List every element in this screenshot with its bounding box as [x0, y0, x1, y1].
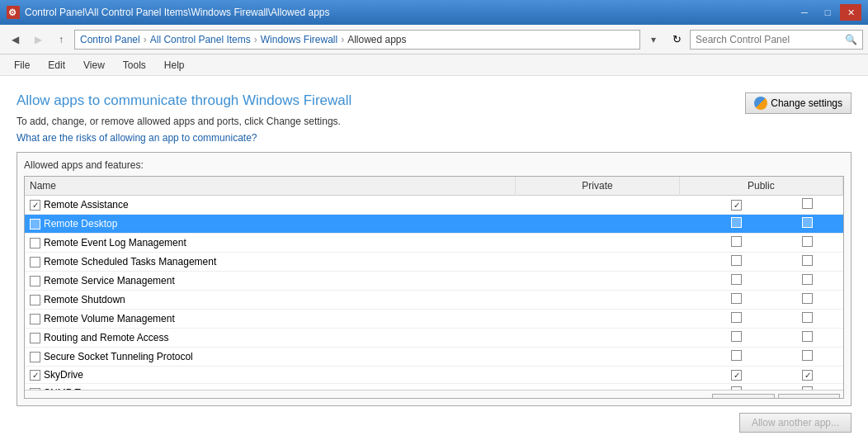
row-checkbox[interactable]: [30, 388, 40, 391]
private-checkbox[interactable]: [731, 331, 742, 342]
private-cell[interactable]: [701, 384, 772, 391]
close-button[interactable]: ✕: [840, 4, 861, 21]
table-row[interactable]: SkyDrive: [25, 367, 843, 384]
row-name-label: Remote Shutdown: [44, 294, 125, 305]
menu-file[interactable]: File: [7, 57, 37, 73]
details-button[interactable]: Details...: [712, 394, 776, 399]
public-cell[interactable]: [772, 215, 843, 234]
table-row[interactable]: SNMP Trap: [25, 384, 843, 391]
back-button[interactable]: ◀: [5, 30, 25, 50]
public-checkbox[interactable]: [802, 331, 813, 342]
public-checkbox[interactable]: [802, 255, 813, 266]
row-checkbox[interactable]: [30, 295, 40, 305]
public-checkbox[interactable]: [802, 293, 813, 304]
table-row[interactable]: Remote Assistance: [25, 196, 843, 215]
search-icon: 🔍: [845, 34, 857, 45]
private-checkbox[interactable]: [731, 217, 742, 228]
private-checkbox[interactable]: [731, 386, 742, 390]
private-checkbox[interactable]: [731, 200, 742, 211]
table-row[interactable]: Remote Desktop: [25, 215, 843, 234]
row-checkbox[interactable]: [30, 314, 40, 324]
public-checkbox[interactable]: [802, 386, 813, 390]
up-button[interactable]: ↑: [51, 30, 71, 50]
menu-edit[interactable]: Edit: [40, 57, 73, 73]
private-cell[interactable]: [701, 215, 772, 234]
public-cell[interactable]: [772, 196, 843, 215]
row-checkbox[interactable]: [30, 333, 40, 343]
breadcrumb-firewall[interactable]: Windows Firewall: [261, 34, 337, 45]
maximize-button[interactable]: □: [817, 4, 838, 21]
col-name-header: Name: [25, 177, 516, 196]
public-cell[interactable]: [772, 348, 843, 367]
private-checkbox[interactable]: [731, 350, 742, 361]
app-icon: ⚙: [7, 6, 20, 19]
public-checkbox[interactable]: [802, 198, 813, 209]
row-checkbox[interactable]: [30, 238, 40, 249]
public-cell[interactable]: [772, 291, 843, 310]
private-cell[interactable]: [701, 272, 772, 291]
remove-button[interactable]: Remove: [778, 394, 840, 399]
private-cell[interactable]: [701, 291, 772, 310]
row-checkbox[interactable]: [30, 276, 40, 286]
public-cell[interactable]: [772, 367, 843, 384]
public-cell[interactable]: [772, 329, 843, 348]
private-checkbox[interactable]: [731, 236, 742, 247]
row-checkbox[interactable]: [30, 370, 40, 381]
forward-button[interactable]: ▶: [28, 30, 48, 50]
private-cell[interactable]: [701, 329, 772, 348]
refresh-button[interactable]: ↻: [667, 30, 686, 50]
public-cell[interactable]: [772, 253, 843, 272]
private-cell[interactable]: [701, 310, 772, 329]
apps-table-body: Remote AssistanceRemote DesktopRemote Ev…: [25, 196, 843, 390]
private-checkbox[interactable]: [731, 370, 742, 381]
table-scroll[interactable]: Remote AssistanceRemote DesktopRemote Ev…: [25, 196, 843, 390]
private-checkbox[interactable]: [731, 312, 742, 323]
row-name-label: SkyDrive: [44, 369, 83, 381]
bottom-row: Allow another app...: [17, 413, 851, 433]
private-cell[interactable]: [701, 348, 772, 367]
change-settings-button[interactable]: Change settings: [745, 92, 851, 114]
table-row[interactable]: Remote Shutdown: [25, 291, 843, 310]
search-box: 🔍: [690, 30, 863, 50]
public-cell[interactable]: [772, 384, 843, 391]
table-row[interactable]: Remote Event Log Management: [25, 234, 843, 253]
table-row[interactable]: Remote Volume Management: [25, 310, 843, 329]
public-cell[interactable]: [772, 272, 843, 291]
dropdown-button[interactable]: ▾: [644, 30, 663, 50]
breadcrumb-all-items[interactable]: All Control Panel Items: [150, 34, 251, 45]
private-cell[interactable]: [701, 367, 772, 384]
public-checkbox[interactable]: [802, 274, 813, 285]
table-row[interactable]: Remote Scheduled Tasks Management: [25, 253, 843, 272]
breadcrumb-control-panel[interactable]: Control Panel: [80, 34, 140, 45]
menu-tools[interactable]: Tools: [116, 57, 153, 73]
window-controls: ─ □ ✕: [794, 4, 861, 21]
public-checkbox[interactable]: [802, 217, 813, 228]
search-input[interactable]: [696, 34, 842, 45]
row-checkbox[interactable]: [30, 352, 40, 362]
allow-another-button[interactable]: Allow another app...: [739, 413, 851, 433]
private-cell[interactable]: [701, 196, 772, 215]
private-checkbox[interactable]: [731, 293, 742, 304]
row-checkbox[interactable]: [30, 219, 40, 230]
row-checkbox[interactable]: [30, 257, 40, 267]
private-checkbox[interactable]: [731, 274, 742, 285]
minimize-button[interactable]: ─: [794, 4, 815, 21]
table-row[interactable]: Routing and Remote Access: [25, 329, 843, 348]
public-checkbox[interactable]: [802, 370, 813, 381]
private-cell[interactable]: [701, 253, 772, 272]
table-row[interactable]: Remote Service Management: [25, 272, 843, 291]
risks-link[interactable]: What are the risks of allowing an app to…: [17, 132, 257, 144]
public-cell[interactable]: [772, 234, 843, 253]
public-checkbox[interactable]: [802, 236, 813, 247]
menu-view[interactable]: View: [76, 57, 112, 73]
menu-help[interactable]: Help: [157, 57, 192, 73]
private-checkbox[interactable]: [731, 255, 742, 266]
public-checkbox[interactable]: [802, 350, 813, 361]
private-cell[interactable]: [701, 234, 772, 253]
public-checkbox[interactable]: [802, 312, 813, 323]
row-checkbox[interactable]: [30, 200, 40, 211]
row-name-label: Remote Event Log Management: [44, 237, 186, 249]
main-content: Allow apps to communicate through Window…: [0, 76, 868, 445]
table-row[interactable]: Secure Socket Tunneling Protocol: [25, 348, 843, 367]
public-cell[interactable]: [772, 310, 843, 329]
